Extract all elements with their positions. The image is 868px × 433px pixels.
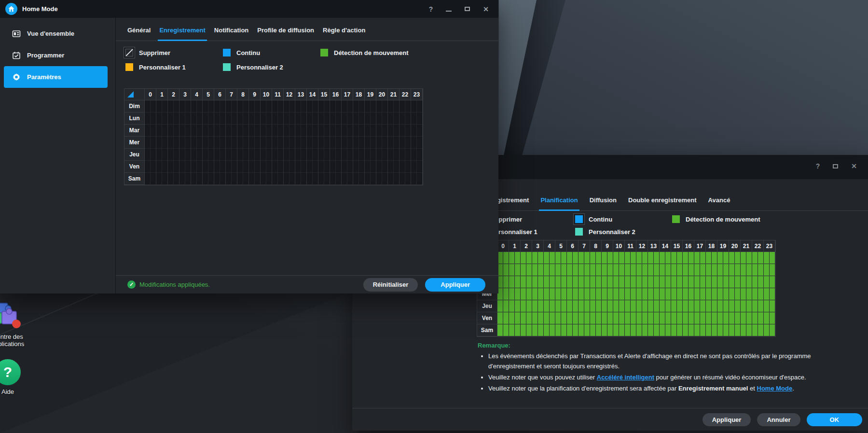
schedule-cell[interactable] [220,137,226,149]
schedule-cell[interactable] [590,276,596,288]
schedule-cell[interactable] [324,125,330,137]
schedule-cell[interactable] [301,112,307,125]
schedule-cell[interactable] [532,252,538,264]
hour-header[interactable]: 0 [145,89,156,100]
sidebar-item-parametres[interactable]: Paramètres [4,66,108,88]
schedule-cell[interactable] [411,149,417,161]
schedule-cell[interactable] [232,112,237,125]
schedule-cell[interactable] [394,137,400,149]
schedule-cell[interactable] [729,288,735,300]
hour-header[interactable]: 14 [307,89,318,100]
schedule-cell[interactable] [272,112,278,125]
schedule-cell[interactable] [382,137,388,149]
schedule-cell[interactable] [272,173,278,185]
schedule-cell[interactable] [758,324,764,336]
schedule-cell[interactable] [405,161,411,173]
schedule-cell[interactable] [700,312,706,324]
schedule-cell[interactable] [307,149,313,161]
schedule-cell[interactable] [405,125,411,137]
schedule-cell[interactable] [289,137,295,149]
hour-header[interactable]: 15 [318,89,330,100]
schedule-cell[interactable] [400,137,405,149]
schedule-cell[interactable] [550,276,555,288]
schedule-cell[interactable] [770,288,775,300]
schedule-cell[interactable] [347,137,353,149]
schedule-cell[interactable] [185,149,191,161]
schedule-cell[interactable] [261,137,266,149]
tab-planification[interactable]: Planification [540,196,578,210]
schedule-cell[interactable] [388,161,394,173]
schedule-cell[interactable] [544,300,550,312]
schedule-cell[interactable] [151,100,156,112]
schedule-cell[interactable] [596,288,602,300]
schedule-cell[interactable] [371,112,376,125]
schedule-cell[interactable] [700,276,706,288]
schedule-cell[interactable] [665,288,671,300]
schedule-cell[interactable] [330,161,336,173]
schedule-cell[interactable] [145,125,151,137]
schedule-cell[interactable] [631,324,636,336]
schedule-cell[interactable] [729,300,735,312]
schedule-cell[interactable] [677,288,683,300]
schedule-cell[interactable] [232,125,237,137]
day-label[interactable]: Dim [124,100,145,112]
schedule-cell[interactable] [532,312,538,324]
schedule-cell[interactable] [145,149,151,161]
schedule-cell[interactable] [544,324,550,336]
schedule-cell[interactable] [689,300,694,312]
schedule-cell[interactable] [607,324,613,336]
schedule-cell[interactable] [706,300,712,312]
schedule-cell[interactable] [636,324,642,336]
schedule-cell[interactable] [295,112,301,125]
schedule-cell[interactable] [336,112,342,125]
schedule-cell[interactable] [330,149,336,161]
schedule-cell[interactable] [515,300,521,312]
schedule-cell[interactable] [208,173,214,185]
schedule-cell[interactable] [544,276,550,288]
schedule-cell[interactable] [741,300,746,312]
schedule-cell[interactable] [642,264,648,276]
schedule-cell[interactable] [515,276,521,288]
schedule-cell[interactable] [156,173,162,185]
schedule-cell[interactable] [497,312,503,324]
schedule-cell[interactable] [741,276,746,288]
schedule-cell[interactable] [521,276,526,288]
schedule-cell[interactable] [278,149,284,161]
schedule-cell[interactable] [411,112,417,125]
schedule-cell[interactable] [683,288,689,300]
day-label[interactable]: Ven [124,161,145,173]
schedule-cell[interactable] [596,324,602,336]
schedule-cell[interactable] [642,324,648,336]
schedule-cell[interactable] [145,161,151,173]
schedule-cell[interactable] [168,173,174,185]
schedule-cell[interactable] [237,173,243,185]
schedule-cell[interactable] [619,300,625,312]
legend-item-continu[interactable]: Continu [573,214,670,224]
schedule-cell[interactable] [544,312,550,324]
schedule-cell[interactable] [185,161,191,173]
schedule-cell[interactable] [214,161,220,173]
schedule-cell[interactable] [521,324,526,336]
schedule-cell[interactable] [324,100,330,112]
schedule-cell[interactable] [174,149,179,161]
schedule-cell[interactable] [226,112,232,125]
schedule-cell[interactable] [660,276,665,288]
schedule-cell[interactable] [746,288,752,300]
hour-header[interactable]: 19 [717,240,729,252]
schedule-cell[interactable] [162,173,168,185]
schedule-cell[interactable] [330,125,336,137]
schedule-cell[interactable] [365,161,371,173]
hour-header[interactable]: 12 [636,240,648,252]
schedule-cell[interactable] [313,112,318,125]
schedule-cell[interactable] [526,288,532,300]
schedule-cell[interactable] [526,324,532,336]
schedule-cell[interactable] [706,276,712,288]
schedule-cell[interactable] [266,161,272,173]
schedule-cell[interactable] [347,149,353,161]
schedule-cell[interactable] [347,112,353,125]
schedule-cell[interactable] [255,173,261,185]
schedule-cell[interactable] [388,100,394,112]
schedule-cell[interactable] [359,137,365,149]
schedule-cell[interactable] [220,173,226,185]
schedule-cell[interactable] [648,312,654,324]
